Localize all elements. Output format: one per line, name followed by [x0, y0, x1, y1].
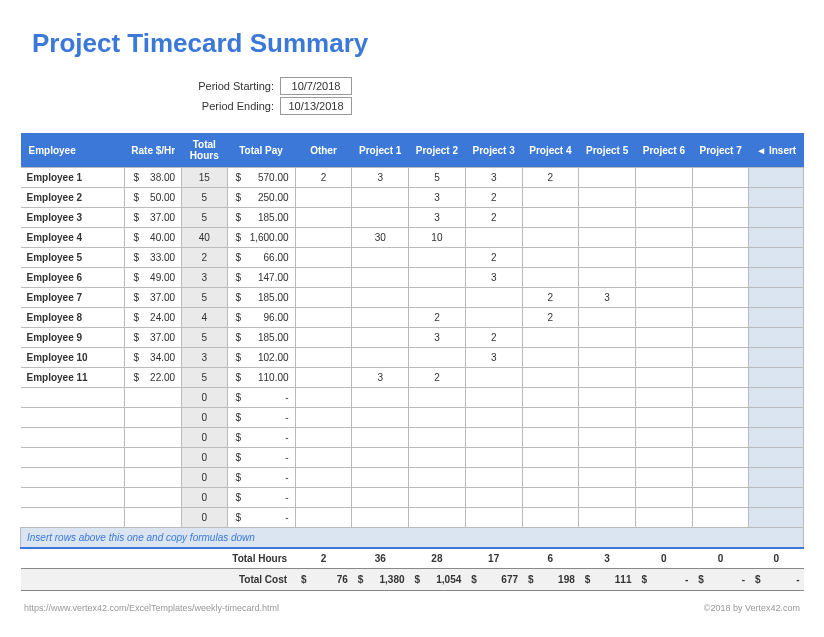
- period-start-input[interactable]: 10/7/2018: [280, 77, 352, 95]
- p7-cell[interactable]: [692, 228, 749, 248]
- rate-cell[interactable]: [125, 468, 182, 488]
- p6-cell[interactable]: [636, 468, 693, 488]
- rate-cell[interactable]: [125, 508, 182, 528]
- rate-cell[interactable]: [125, 428, 182, 448]
- p2-cell[interactable]: [409, 508, 466, 528]
- insert-cell[interactable]: [749, 188, 804, 208]
- p3-cell[interactable]: [465, 368, 522, 388]
- p3-cell[interactable]: 3: [465, 348, 522, 368]
- p7-cell[interactable]: [692, 368, 749, 388]
- p6-cell[interactable]: [636, 248, 693, 268]
- p6-cell[interactable]: [636, 388, 693, 408]
- employee-cell[interactable]: [21, 448, 125, 468]
- p3-cell[interactable]: [465, 508, 522, 528]
- p1-cell[interactable]: [352, 388, 409, 408]
- other-cell[interactable]: [295, 328, 352, 348]
- col-project-2[interactable]: Project 2: [409, 133, 466, 168]
- rate-cell[interactable]: $40.00: [125, 228, 182, 248]
- p2-cell[interactable]: [409, 248, 466, 268]
- col-total-hours[interactable]: Total Hours: [182, 133, 227, 168]
- col-project-3[interactable]: Project 3: [465, 133, 522, 168]
- p7-cell[interactable]: [692, 508, 749, 528]
- p3-cell[interactable]: 3: [465, 168, 522, 188]
- p2-cell[interactable]: 2: [409, 368, 466, 388]
- rate-cell[interactable]: $50.00: [125, 188, 182, 208]
- p1-cell[interactable]: [352, 188, 409, 208]
- employee-cell[interactable]: Employee 4: [21, 228, 125, 248]
- employee-cell[interactable]: Employee 7: [21, 288, 125, 308]
- p5-cell[interactable]: [579, 428, 636, 448]
- p5-cell[interactable]: [579, 268, 636, 288]
- p3-cell[interactable]: [465, 468, 522, 488]
- p1-cell[interactable]: [352, 428, 409, 448]
- p4-cell[interactable]: [522, 448, 579, 468]
- other-cell[interactable]: 2: [295, 168, 352, 188]
- employee-cell[interactable]: Employee 11: [21, 368, 125, 388]
- rate-cell[interactable]: $37.00: [125, 328, 182, 348]
- p3-cell[interactable]: [465, 488, 522, 508]
- p7-cell[interactable]: [692, 248, 749, 268]
- p5-cell[interactable]: [579, 228, 636, 248]
- employee-cell[interactable]: Employee 2: [21, 188, 125, 208]
- p1-cell[interactable]: [352, 508, 409, 528]
- p5-cell[interactable]: [579, 248, 636, 268]
- employee-cell[interactable]: Employee 9: [21, 328, 125, 348]
- p1-cell[interactable]: [352, 448, 409, 468]
- p3-cell[interactable]: 2: [465, 328, 522, 348]
- col-total-pay[interactable]: Total Pay: [227, 133, 295, 168]
- p3-cell[interactable]: 2: [465, 248, 522, 268]
- p3-cell[interactable]: 2: [465, 188, 522, 208]
- col-insert[interactable]: ◄ Insert: [749, 133, 804, 168]
- p1-cell[interactable]: [352, 408, 409, 428]
- p6-cell[interactable]: [636, 488, 693, 508]
- p1-cell[interactable]: [352, 488, 409, 508]
- employee-cell[interactable]: [21, 468, 125, 488]
- col-employee[interactable]: Employee: [21, 133, 125, 168]
- insert-cell[interactable]: [749, 248, 804, 268]
- employee-cell[interactable]: [21, 508, 125, 528]
- p5-cell[interactable]: [579, 168, 636, 188]
- other-cell[interactable]: [295, 188, 352, 208]
- p6-cell[interactable]: [636, 208, 693, 228]
- p6-cell[interactable]: [636, 428, 693, 448]
- p4-cell[interactable]: [522, 388, 579, 408]
- p2-cell[interactable]: [409, 288, 466, 308]
- p5-cell[interactable]: [579, 328, 636, 348]
- other-cell[interactable]: [295, 288, 352, 308]
- p6-cell[interactable]: [636, 368, 693, 388]
- p4-cell[interactable]: [522, 408, 579, 428]
- p4-cell[interactable]: 2: [522, 288, 579, 308]
- col-other[interactable]: Other: [295, 133, 352, 168]
- other-cell[interactable]: [295, 228, 352, 248]
- p5-cell[interactable]: [579, 308, 636, 328]
- p5-cell[interactable]: [579, 388, 636, 408]
- insert-cell[interactable]: [749, 428, 804, 448]
- p4-cell[interactable]: [522, 268, 579, 288]
- rate-cell[interactable]: $24.00: [125, 308, 182, 328]
- p5-cell[interactable]: [579, 408, 636, 428]
- employee-cell[interactable]: [21, 388, 125, 408]
- rate-cell[interactable]: $49.00: [125, 268, 182, 288]
- p7-cell[interactable]: [692, 208, 749, 228]
- p4-cell[interactable]: [522, 508, 579, 528]
- p1-cell[interactable]: [352, 248, 409, 268]
- employee-cell[interactable]: Employee 8: [21, 308, 125, 328]
- rate-cell[interactable]: $38.00: [125, 168, 182, 188]
- rate-cell[interactable]: $37.00: [125, 288, 182, 308]
- p2-cell[interactable]: 2: [409, 308, 466, 328]
- other-cell[interactable]: [295, 408, 352, 428]
- p1-cell[interactable]: [352, 208, 409, 228]
- other-cell[interactable]: [295, 248, 352, 268]
- p5-cell[interactable]: [579, 468, 636, 488]
- p2-cell[interactable]: 3: [409, 328, 466, 348]
- p5-cell[interactable]: [579, 368, 636, 388]
- other-cell[interactable]: [295, 508, 352, 528]
- p1-cell[interactable]: [352, 468, 409, 488]
- insert-cell[interactable]: [749, 208, 804, 228]
- rate-cell[interactable]: [125, 488, 182, 508]
- p4-cell[interactable]: [522, 188, 579, 208]
- p6-cell[interactable]: [636, 348, 693, 368]
- p4-cell[interactable]: [522, 328, 579, 348]
- p3-cell[interactable]: [465, 408, 522, 428]
- other-cell[interactable]: [295, 208, 352, 228]
